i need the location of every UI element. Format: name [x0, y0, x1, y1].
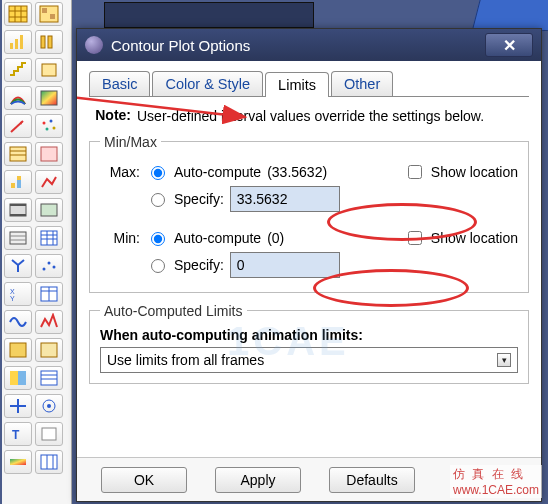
svg-rect-9	[42, 64, 56, 76]
close-button[interactable]: ✕	[485, 33, 533, 57]
svg-rect-40	[42, 428, 56, 440]
tool-vector-icon[interactable]	[4, 114, 32, 138]
svg-rect-21	[10, 204, 26, 206]
svg-text:X: X	[10, 288, 15, 295]
svg-point-28	[53, 266, 56, 269]
contour-plot-options-dialog: Contour Plot Options ✕ 1CAE Basic Color …	[76, 28, 542, 502]
tool-filmtable-icon[interactable]	[4, 226, 32, 250]
dialog-titlebar[interactable]: Contour Plot Options ✕	[77, 29, 541, 61]
auto-computed-limits-group: Auto-Computed Limits When auto-computing…	[89, 303, 529, 384]
tab-basic[interactable]: Basic	[89, 71, 150, 96]
max-specify-input[interactable]	[230, 186, 340, 212]
note-label: Note:	[89, 107, 137, 126]
tool-wave-icon[interactable]	[4, 310, 32, 334]
min-specify-radio[interactable]	[151, 259, 165, 273]
tool-film2-icon[interactable]	[35, 198, 63, 222]
tool-grid-icon[interactable]	[4, 2, 32, 26]
tool-stack-icon[interactable]	[4, 170, 32, 194]
tool-branch-icon[interactable]	[4, 254, 32, 278]
min-show-location-label: Show location	[431, 230, 518, 246]
min-show-location-checkbox[interactable]	[408, 231, 422, 245]
apply-button[interactable]: Apply	[215, 467, 301, 493]
svg-rect-4	[10, 43, 13, 49]
max-show-location-label: Show location	[431, 164, 518, 180]
min-specify-label: Specify:	[174, 257, 224, 273]
tool-cell-icon[interactable]	[35, 58, 63, 82]
svg-rect-16	[41, 147, 57, 161]
tool-blank-icon[interactable]	[35, 422, 63, 446]
max-show-location-checkbox[interactable]	[408, 165, 422, 179]
svg-text:T: T	[12, 428, 20, 442]
auto-limits-legend: Auto-Computed Limits	[100, 303, 247, 319]
svg-rect-42	[41, 455, 57, 469]
tool-table-icon[interactable]	[35, 226, 63, 250]
tab-bar: Basic Color & Style Limits Other	[89, 71, 529, 97]
svg-rect-41	[10, 459, 26, 465]
tool-grid2-icon[interactable]	[35, 2, 63, 26]
dialog-body: 1CAE Basic Color & Style Limits Other No…	[77, 61, 541, 457]
dialog-icon	[85, 36, 103, 54]
min-auto-radio[interactable]	[151, 232, 165, 246]
min-auto-value: (0)	[267, 230, 284, 246]
min-specify-input[interactable]	[230, 252, 340, 278]
auto-limits-selected: Use limits from all frames	[107, 352, 264, 368]
tool-target-icon[interactable]	[35, 394, 63, 418]
tool-shade-icon[interactable]	[4, 338, 32, 362]
defaults-button[interactable]: Defaults	[329, 467, 415, 493]
svg-rect-34	[10, 371, 18, 385]
svg-rect-18	[17, 180, 21, 188]
svg-point-12	[50, 120, 53, 123]
svg-point-11	[43, 122, 46, 125]
svg-rect-8	[48, 36, 52, 48]
tool-film-icon[interactable]	[4, 198, 32, 222]
tool-zig-icon[interactable]	[35, 310, 63, 334]
max-specify-radio[interactable]	[151, 193, 165, 207]
svg-rect-25	[41, 231, 57, 245]
note-row: Note: User-defined interval values overr…	[89, 107, 529, 126]
tab-limits[interactable]: Limits	[265, 72, 329, 97]
svg-rect-7	[41, 36, 45, 48]
tool-table2-icon[interactable]	[35, 282, 63, 306]
svg-rect-10	[41, 91, 57, 105]
svg-rect-22	[10, 214, 26, 216]
tool-table4-icon[interactable]	[35, 450, 63, 474]
tool-bars-icon[interactable]	[4, 30, 32, 54]
auto-limits-select[interactable]: Use limits from all frames ▾	[100, 347, 518, 373]
svg-rect-33	[41, 343, 57, 357]
svg-text:Y: Y	[10, 295, 15, 302]
tool-color-icon[interactable]	[4, 366, 32, 390]
tool-contour-icon[interactable]	[4, 86, 32, 110]
watermark-text: 仿 真 在 线 www.1CAE.com	[450, 465, 542, 498]
tab-other[interactable]: Other	[331, 71, 393, 96]
tool-rainbow-icon[interactable]	[4, 450, 32, 474]
minmax-legend: Min/Max	[100, 134, 161, 150]
tool-line-icon[interactable]	[35, 170, 63, 194]
max-auto-radio[interactable]	[151, 166, 165, 180]
tool-xy-icon[interactable]: XY	[4, 282, 32, 306]
tool-scatter-icon[interactable]	[35, 254, 63, 278]
tool-sheet2-icon[interactable]	[35, 142, 63, 166]
tool-text-icon[interactable]: T	[4, 422, 32, 446]
max-auto-value: (33.5632)	[267, 164, 327, 180]
ok-button[interactable]: OK	[101, 467, 187, 493]
svg-rect-19	[17, 176, 21, 180]
svg-point-38	[47, 404, 51, 408]
svg-rect-36	[41, 371, 57, 385]
svg-rect-35	[18, 371, 26, 385]
tool-sheet-icon[interactable]	[4, 142, 32, 166]
tool-contour2-icon[interactable]	[35, 86, 63, 110]
max-row: Max: Auto-compute (33.5632) Show locatio…	[100, 162, 518, 182]
tool-table3-icon[interactable]	[35, 366, 63, 390]
min-label: Min:	[100, 230, 140, 246]
close-icon: ✕	[503, 36, 516, 55]
tool-dots-icon[interactable]	[35, 114, 63, 138]
max-specify-row: Specify:	[100, 186, 518, 212]
tool-bars2-icon[interactable]	[35, 30, 63, 54]
min-specify-row: Specify:	[100, 252, 518, 278]
tool-stairs-icon[interactable]	[4, 58, 32, 82]
tool-shade2-icon[interactable]	[35, 338, 63, 362]
max-auto-label: Auto-compute	[174, 164, 261, 180]
tab-color-style[interactable]: Color & Style	[152, 71, 263, 96]
svg-point-26	[43, 268, 46, 271]
tool-cross-icon[interactable]	[4, 394, 32, 418]
